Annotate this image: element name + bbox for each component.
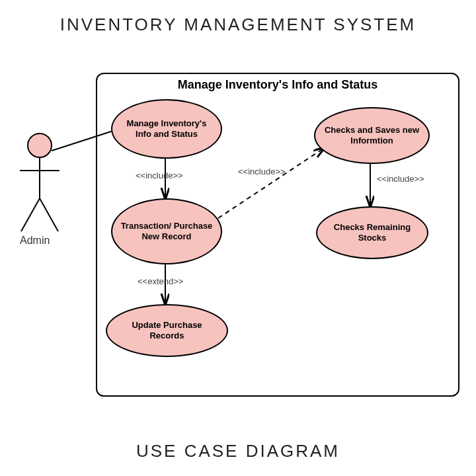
use-case-checks-stocks: Checks Remaining Stocks (316, 206, 428, 259)
use-case-label: Manage Inventory's Info and Status (119, 118, 214, 139)
use-case-label: Checks Remaining Stocks (324, 222, 420, 243)
use-case-checks-saves-info: Checks and Saves new Informtion (314, 107, 430, 164)
svg-point-0 (28, 134, 52, 157)
actor-label: Admin (20, 235, 50, 247)
relation-label-include: <<include>> (136, 171, 183, 180)
diagram-stage: Manage Inventory's Info and Status Admin… (0, 0, 476, 476)
use-case-label: Transaction/ Purchase New Record (119, 221, 214, 241)
svg-line-4 (40, 198, 58, 231)
use-case-label: Update Purchase Records (114, 320, 220, 340)
use-case-manage-inventory: Manage Inventory's Info and Status (111, 99, 222, 159)
relation-label-include: <<include>> (238, 167, 286, 177)
system-boundary-title: Manage Inventory's Info and Status (159, 78, 397, 92)
svg-line-3 (21, 198, 40, 231)
relation-label-include: <<include>> (377, 174, 424, 184)
use-case-update-records: Update Purchase Records (106, 304, 228, 357)
use-case-label: Checks and Saves new Informtion (322, 125, 422, 145)
use-case-transaction-record: Transaction/ Purchase New Record (111, 198, 222, 264)
relation-label-extend: <<extend>> (138, 276, 183, 286)
page-footer: USE CASE DIAGRAM (0, 441, 476, 461)
